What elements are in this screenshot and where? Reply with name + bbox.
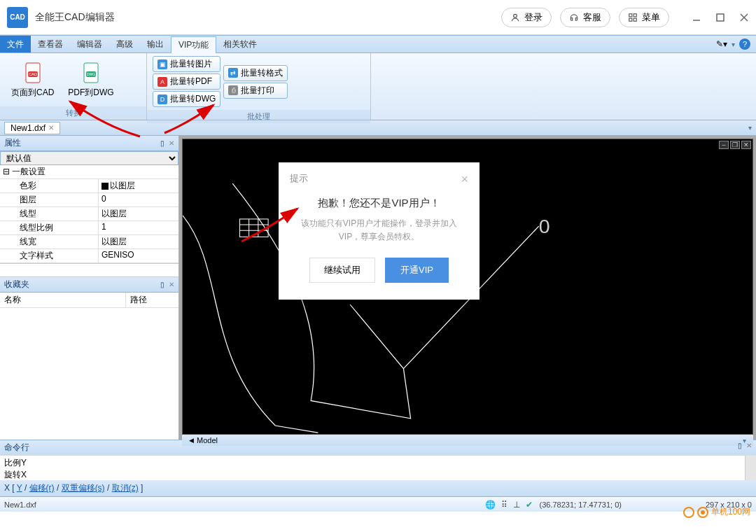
close-tab-icon[interactable]: ✕ [48, 124, 54, 132]
properties-title: 属性 [4, 137, 21, 149]
maximize-icon[interactable] [715, 13, 725, 22]
scrollbar[interactable] [745, 456, 756, 480]
ortho-icon[interactable]: ⊥ [513, 500, 520, 510]
pin-icon[interactable]: ▯ [160, 281, 164, 288]
batch-convert-format-button[interactable]: ⇄批量转格式 [223, 65, 288, 81]
menu-viewer[interactable]: 查看器 [31, 36, 70, 52]
svg-rect-2 [634, 13, 636, 16]
prop-row[interactable]: 线型比例1 [0, 221, 178, 235]
prop-row[interactable]: 文字样式GENISO [0, 249, 178, 263]
svg-point-0 [514, 14, 517, 18]
title-bar: CAD 全能王CAD编辑器 登录 客服 菜单 [0, 0, 756, 35]
hint-link[interactable]: Y [17, 483, 22, 493]
modal-description: 该功能只有VIP用户才能操作，登录并加入VIP，尊享会员特权。 [293, 217, 465, 244]
settings-dropdown-icon[interactable]: ▾ [732, 41, 735, 48]
edit-pencil-icon[interactable]: ✎▾ [716, 39, 727, 49]
support-label: 客服 [583, 11, 601, 24]
side-panel: 属性 ▯ ✕ 默认值 ⊟ 一般设置 色彩以图层 图层0 线型以图层 线型比例1 … [0, 136, 179, 440]
favorites-title: 收藏夹 [4, 279, 29, 290]
svg-rect-4 [634, 18, 636, 21]
continue-trial-button[interactable]: 继续试用 [309, 258, 375, 283]
svg-text:0: 0 [539, 215, 550, 237]
svg-text:DWG: DWG [87, 72, 95, 76]
command-hint[interactable]: X [ Y / 偏移(r) / 双重偏移(s) / 取消(z) ] [0, 480, 756, 496]
default-value-select[interactable]: 默认值 [0, 151, 178, 165]
open-vip-button[interactable]: 开通VIP [385, 258, 449, 283]
cad-file-icon: CAD [22, 62, 44, 84]
status-coords: (36.78231; 17.47731; 0) [540, 500, 622, 509]
pin-icon[interactable]: ▯ [738, 442, 742, 454]
grid-toggle-icon[interactable]: ⠿ [501, 500, 507, 510]
tabs-dropdown-icon[interactable]: ▾ [748, 124, 752, 132]
menu-bar: 文件 查看器 编辑器 高级 输出 VIP功能 相关软件 ✎▾ ▾ ? [0, 35, 756, 53]
command-panel: 命令行 ▯ ✕ 比例Y 旋转X X [ Y / 偏移(r) / 双重偏移(s) … [0, 440, 756, 496]
hint-link[interactable]: 取消(z) [112, 483, 139, 493]
svg-rect-6 [717, 14, 724, 21]
headset-icon [569, 13, 579, 22]
menu-related[interactable]: 相关软件 [216, 36, 264, 52]
label: 批量转图片 [170, 58, 212, 70]
status-filename: New1.dxf [4, 500, 36, 509]
vip-dialog: 提示 × 抱歉！您还不是VIP用户！ 该功能只有VIP用户才能操作，登录并加入V… [279, 162, 479, 300]
close-icon[interactable] [739, 13, 749, 22]
prop-row[interactable]: 线型以图层 [0, 207, 178, 221]
pdf-to-dwg-button[interactable]: DWG PDF到DWG [62, 59, 119, 102]
batch-to-pdf-button[interactable]: A批量转PDF [153, 74, 220, 90]
hint-link[interactable]: 双重偏移(s) [62, 483, 105, 493]
col-name[interactable]: 名称 [0, 293, 126, 307]
grid-icon [628, 13, 638, 22]
status-bar: New1.dxf 🌐 ⠿ ⊥ ✔ (36.78231; 17.47731; 0)… [0, 496, 756, 512]
col-path[interactable]: 路径 [126, 293, 151, 307]
svg-rect-16 [239, 219, 268, 237]
app-title: 全能王CAD编辑器 [35, 11, 501, 24]
label: 批量打印 [241, 85, 274, 97]
btn-label: PDF到DWG [68, 87, 113, 99]
globe-icon[interactable]: 🌐 [485, 500, 496, 510]
modal-title-label: 提示 [290, 172, 308, 187]
minimize-icon[interactable] [692, 13, 701, 22]
menu-output[interactable]: 输出 [140, 36, 171, 52]
menu-button[interactable]: 菜单 [619, 8, 669, 27]
modal-close-icon[interactable]: × [461, 172, 468, 187]
prop-row[interactable]: 色彩以图层 [0, 179, 178, 193]
canvas-restore-icon[interactable]: ❐ [730, 141, 740, 149]
favorites-columns: 名称 路径 [0, 293, 178, 308]
menu-file[interactable]: 文件 [0, 36, 31, 52]
command-output[interactable]: 比例Y 旋转X [0, 455, 756, 480]
favorites-header: 收藏夹 ▯ ✕ [0, 277, 178, 293]
menu-vip[interactable]: VIP功能 [171, 36, 216, 53]
menu-editor[interactable]: 编辑器 [70, 36, 109, 52]
document-tab[interactable]: New1.dxf ✕ [4, 122, 60, 134]
svg-text:CAD: CAD [28, 72, 37, 76]
prop-row[interactable]: 图层0 [0, 193, 178, 207]
login-button[interactable]: 登录 [501, 8, 552, 27]
help-icon[interactable]: ? [739, 38, 750, 50]
command-title: 命令行 [4, 442, 29, 454]
osnap-icon[interactable]: ✔ [526, 500, 533, 510]
panel-close-icon[interactable]: ✕ [169, 139, 174, 147]
favorites-body [0, 308, 178, 440]
group-label-batch: 批处理 [147, 110, 370, 123]
panel-close-icon[interactable]: ✕ [746, 442, 752, 454]
modal-heading: 抱歉！您还不是VIP用户！ [293, 197, 465, 210]
batch-print-button[interactable]: ⎙批量打印 [223, 83, 288, 99]
label: 批量转格式 [241, 67, 283, 79]
hint-link[interactable]: 偏移(r) [29, 483, 55, 493]
prop-row[interactable]: 线宽以图层 [0, 235, 178, 249]
canvas-close-icon[interactable]: ✕ [741, 141, 751, 149]
pin-icon[interactable]: ▯ [160, 139, 164, 147]
properties-grid: ⊟ 一般设置 色彩以图层 图层0 线型以图层 线型比例1 线宽以图层 文字样式G… [0, 165, 178, 263]
batch-to-image-button[interactable]: ▣批量转图片 [153, 56, 220, 72]
batch-to-dwg-button[interactable]: D批量转DWG [153, 91, 220, 107]
panel-close-icon[interactable]: ✕ [169, 281, 174, 288]
page-to-cad-button[interactable]: CAD 页面到CAD [6, 59, 59, 102]
support-button[interactable]: 客服 [560, 8, 610, 27]
btn-label: 页面到CAD [11, 87, 54, 99]
dwg-file-icon: DWG [80, 62, 102, 84]
menu-label: 菜单 [642, 11, 660, 24]
menu-advanced[interactable]: 高级 [109, 36, 140, 52]
prop-section[interactable]: ⊟ 一般设置 [0, 165, 178, 179]
canvas-min-icon[interactable]: – [719, 141, 729, 149]
status-toggles[interactable]: 🌐 ⠿ ⊥ ✔ [485, 500, 533, 510]
ribbon: CAD 页面到CAD DWG PDF到DWG 转换 ▣批量转图片 A批量转PDF… [0, 53, 756, 120]
